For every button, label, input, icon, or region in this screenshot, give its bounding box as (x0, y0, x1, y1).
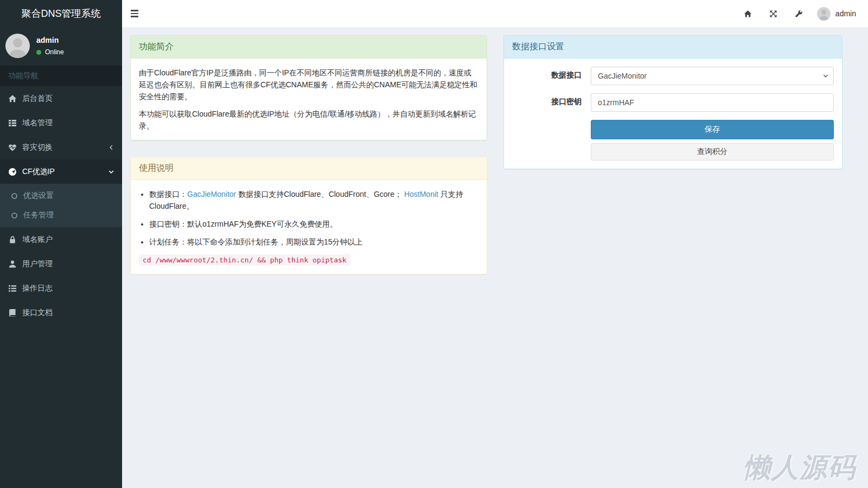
intro-panel: 功能简介 由于CloudFlare官方IP是泛播路由，同一个IP在不同地区不同运… (130, 35, 487, 140)
sidebar-item-failover[interactable]: 容灾切换 (0, 135, 122, 159)
sidebar-item-user-management[interactable]: 用户管理 (0, 252, 122, 276)
hostmonit-link[interactable]: HostMonit (404, 190, 438, 198)
gacjiemonitor-link[interactable]: GacJieMonitor (187, 190, 236, 198)
sidebar: 聚合DNS管理系统 admin Online 功能导航 后台首页 (0, 0, 122, 488)
save-button[interactable]: 保存 (591, 120, 834, 139)
fullscreen-icon (769, 10, 777, 18)
sidebar-item-domains[interactable]: 域名管理 (0, 111, 122, 135)
usage-item-cron: 计划任务：将以下命令添加到计划任务，周期设置为15分钟以上 (149, 236, 478, 248)
person-icon (5, 34, 30, 58)
navbar-right: admin (735, 0, 861, 27)
api-settings-panel: 数据接口设置 数据接口 GacJieMonitor 接口密钥 (503, 35, 843, 169)
sidebar-menu: 后台首页 域名管理 容灾切换 CF优选IP (0, 86, 122, 325)
sidebar-section-header: 功能导航 (0, 66, 122, 86)
fullscreen-button[interactable] (761, 0, 786, 27)
sidebar-item-label: 域名账户 (22, 235, 53, 245)
sidebar-item-cf-optimal-ip[interactable]: CF优选IP (0, 159, 122, 184)
lock-icon (8, 235, 17, 244)
settings-button[interactable] (786, 0, 812, 27)
sidebar-item-label: 域名管理 (22, 118, 53, 128)
user-status-label: Online (45, 48, 64, 56)
circle-o-icon (11, 212, 18, 219)
navbar-user-menu[interactable]: admin (812, 7, 861, 21)
user-info: admin Online (36, 36, 64, 56)
usage-item-api-key: 接口密钥：默认o1zrmHAF为免费KEY可永久免费使用。 (149, 218, 478, 230)
sidebar-toggle-button[interactable] (122, 0, 146, 27)
sidebar-user-panel: admin Online (0, 27, 122, 66)
th-list-icon (8, 119, 17, 127)
navbar-avatar (817, 7, 831, 21)
sidebar-submenu: 优选设置 任务管理 (0, 184, 122, 227)
user-icon (8, 260, 17, 268)
api-settings-body: 数据接口 GacJieMonitor 接口密钥 (504, 59, 842, 169)
top-navbar: admin (122, 0, 868, 27)
data-api-control: GacJieMonitor (591, 67, 834, 85)
usage-list: 数据接口：GacJieMonitor 数据接口支持CloudFlare、Clou… (139, 188, 478, 248)
sidebar-subitem-label: 优选设置 (23, 191, 54, 201)
left-column: 功能简介 由于CloudFlare官方IP是泛播路由，同一个IP在不同地区不同运… (130, 35, 487, 480)
intro-paragraph-2: 本功能可以获取CloudFlare最新的优选IP地址（分为电信/联通/移动线路）… (139, 108, 478, 132)
sidebar-item-api-docs[interactable]: 接口文档 (0, 300, 122, 325)
intro-panel-body: 由于CloudFlare官方IP是泛播路由，同一个IP在不同地区不同运营商所链接… (131, 59, 487, 140)
sidebar-item-label: 接口文档 (22, 308, 53, 318)
app-logo-title[interactable]: 聚合DNS管理系统 (0, 0, 122, 27)
user-status[interactable]: Online (36, 48, 64, 56)
book-icon (8, 309, 17, 317)
sidebar-item-label: 容灾切换 (22, 143, 53, 152)
usage-panel-body: 数据接口：GacJieMonitor 数据接口支持CloudFlare、Clou… (131, 180, 487, 274)
home-icon (8, 94, 17, 103)
usage-panel-title: 使用说明 (131, 157, 487, 180)
online-dot-icon (36, 50, 41, 55)
usage-item-text: 数据接口支持CloudFlare、CloudFront、Gcore； (236, 190, 404, 198)
user-name: admin (36, 36, 64, 44)
list-ul-icon (8, 284, 17, 293)
intro-paragraph-1: 由于CloudFlare官方IP是泛播路由，同一个IP在不同地区不同运营商所链接… (139, 67, 478, 102)
home-icon (744, 10, 752, 18)
api-key-label: 接口密钥 (512, 93, 591, 112)
sidebar-item-domain-accounts[interactable]: 域名账户 (0, 227, 122, 252)
right-column: 数据接口设置 数据接口 GacJieMonitor 接口密钥 (503, 35, 843, 480)
user-avatar (5, 34, 30, 58)
sidebar-item-label: 操作日志 (22, 284, 53, 293)
sidebar-item-label: 用户管理 (22, 259, 53, 269)
api-settings-title: 数据接口设置 (504, 36, 842, 59)
cron-command-code: cd /www/wwwroot/2.thin.cn/ && php think … (139, 254, 350, 266)
sidebar-item-operation-logs[interactable]: 操作日志 (0, 276, 122, 300)
navbar-username: admin (835, 9, 856, 18)
api-key-input[interactable] (591, 93, 834, 112)
usage-panel: 使用说明 数据接口：GacJieMonitor 数据接口支持CloudFlare… (130, 157, 487, 274)
intro-panel-title: 功能简介 (131, 36, 487, 59)
circle-o-icon (11, 192, 18, 200)
data-api-select[interactable]: GacJieMonitor (591, 67, 834, 85)
home-button[interactable] (735, 0, 761, 27)
data-api-row: 数据接口 GacJieMonitor (512, 67, 834, 85)
sidebar-item-label: CF优选IP (22, 167, 55, 177)
heartbeat-icon (8, 143, 17, 152)
main-content: 功能简介 由于CloudFlare官方IP是泛播路由，同一个IP在不同地区不同运… (122, 27, 868, 488)
form-buttons: 保存 查询积分 (591, 120, 834, 160)
usage-item-text: 数据接口： (149, 190, 187, 198)
person-icon (817, 7, 831, 21)
api-key-row: 接口密钥 (512, 93, 834, 112)
chevron-down-icon (108, 169, 114, 175)
sidebar-subitem-task-management[interactable]: 任务管理 (0, 206, 122, 225)
sidebar-subitem-optimal-settings[interactable]: 优选设置 (0, 186, 122, 206)
sidebar-item-label: 后台首页 (22, 94, 53, 104)
api-key-control (591, 93, 834, 112)
sidebar-subitem-label: 任务管理 (23, 210, 54, 220)
wrench-icon (795, 10, 803, 18)
usage-item-data-api: 数据接口：GacJieMonitor 数据接口支持CloudFlare、Clou… (149, 188, 478, 212)
globe-icon (8, 168, 17, 176)
sidebar-item-dashboard[interactable]: 后台首页 (0, 86, 122, 111)
data-api-label: 数据接口 (512, 67, 591, 85)
chevron-left-icon (108, 144, 114, 151)
query-credits-button[interactable]: 查询积分 (591, 143, 834, 160)
